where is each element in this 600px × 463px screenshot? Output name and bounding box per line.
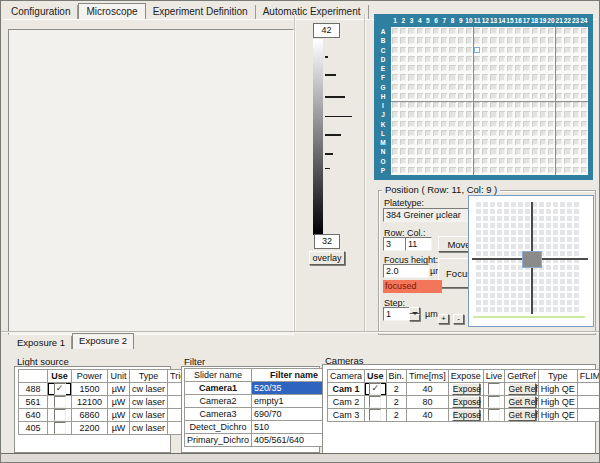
well[interactable] — [499, 111, 505, 117]
expose-button[interactable]: Expose — [452, 409, 480, 421]
well[interactable] — [507, 56, 513, 62]
well[interactable] — [449, 121, 455, 127]
well[interactable] — [556, 65, 562, 71]
well[interactable] — [408, 74, 414, 80]
well[interactable] — [433, 47, 439, 53]
time-cell[interactable]: 40 — [407, 409, 449, 422]
well[interactable] — [425, 74, 431, 80]
well[interactable] — [523, 102, 529, 108]
well[interactable] — [556, 84, 562, 90]
well[interactable] — [441, 158, 447, 164]
well[interactable] — [564, 28, 570, 34]
well[interactable] — [507, 148, 513, 154]
well[interactable] — [507, 93, 513, 99]
well[interactable] — [515, 121, 521, 127]
well[interactable] — [499, 37, 505, 43]
well[interactable] — [482, 148, 488, 154]
well[interactable] — [417, 111, 423, 117]
well[interactable] — [458, 139, 464, 145]
well[interactable] — [515, 111, 521, 117]
well[interactable] — [532, 37, 538, 43]
well[interactable] — [515, 47, 521, 53]
well[interactable] — [433, 74, 439, 80]
well[interactable] — [523, 56, 529, 62]
well[interactable] — [417, 121, 423, 127]
well[interactable] — [466, 84, 472, 90]
well[interactable] — [564, 37, 570, 43]
well[interactable] — [449, 130, 455, 136]
well[interactable] — [548, 139, 554, 145]
well[interactable] — [408, 158, 414, 164]
well[interactable] — [540, 93, 546, 99]
expose-button[interactable]: Expose — [452, 396, 480, 408]
well[interactable] — [540, 56, 546, 62]
well[interactable] — [507, 74, 513, 80]
well[interactable] — [392, 102, 398, 108]
well[interactable] — [400, 139, 406, 145]
well[interactable] — [523, 167, 529, 173]
well[interactable] — [433, 121, 439, 127]
well[interactable] — [573, 74, 579, 80]
well[interactable] — [564, 102, 570, 108]
well[interactable] — [540, 130, 546, 136]
well[interactable] — [433, 102, 439, 108]
well[interactable] — [499, 47, 505, 53]
well[interactable] — [507, 158, 513, 164]
well[interactable] — [441, 84, 447, 90]
well[interactable] — [482, 65, 488, 71]
well[interactable] — [490, 65, 496, 71]
well[interactable] — [433, 139, 439, 145]
well[interactable] — [581, 74, 587, 80]
well[interactable] — [564, 130, 570, 136]
well[interactable] — [581, 56, 587, 62]
well[interactable] — [556, 167, 562, 173]
well[interactable] — [474, 121, 480, 127]
well[interactable] — [540, 65, 546, 71]
well[interactable] — [564, 74, 570, 80]
well[interactable] — [458, 84, 464, 90]
well[interactable] — [540, 84, 546, 90]
well[interactable] — [400, 148, 406, 154]
time-cell[interactable]: 40 — [407, 383, 449, 396]
well[interactable] — [433, 84, 439, 90]
well[interactable] — [408, 167, 414, 173]
well[interactable] — [532, 121, 538, 127]
well[interactable] — [540, 74, 546, 80]
bin-cell[interactable]: 2 — [386, 383, 407, 396]
well[interactable] — [433, 65, 439, 71]
well[interactable] — [474, 28, 480, 34]
well[interactable] — [449, 84, 455, 90]
stage-minimap[interactable] — [468, 195, 594, 327]
well[interactable] — [417, 37, 423, 43]
well[interactable] — [523, 121, 529, 127]
well[interactable] — [392, 28, 398, 34]
well[interactable] — [548, 56, 554, 62]
well[interactable] — [523, 158, 529, 164]
well[interactable] — [532, 28, 538, 34]
well[interactable] — [392, 139, 398, 145]
well[interactable] — [556, 56, 562, 62]
well[interactable] — [466, 93, 472, 99]
well[interactable] — [564, 84, 570, 90]
checkbox[interactable] — [488, 396, 500, 408]
well[interactable] — [556, 158, 562, 164]
well[interactable] — [474, 130, 480, 136]
well[interactable] — [556, 93, 562, 99]
well[interactable] — [392, 47, 398, 53]
well[interactable] — [573, 65, 579, 71]
well[interactable] — [474, 65, 480, 71]
well[interactable] — [490, 167, 496, 173]
bin-cell[interactable]: 2 — [386, 396, 407, 409]
well[interactable] — [523, 74, 529, 80]
well[interactable] — [441, 139, 447, 145]
well[interactable] — [482, 28, 488, 34]
well[interactable] — [400, 111, 406, 117]
well[interactable] — [425, 158, 431, 164]
well[interactable] — [449, 65, 455, 71]
well[interactable] — [573, 130, 579, 136]
checkbox[interactable] — [488, 409, 500, 421]
well[interactable] — [433, 37, 439, 43]
well[interactable] — [573, 158, 579, 164]
well[interactable] — [515, 74, 521, 80]
focus-height-input[interactable]: 2.0 — [383, 264, 429, 278]
